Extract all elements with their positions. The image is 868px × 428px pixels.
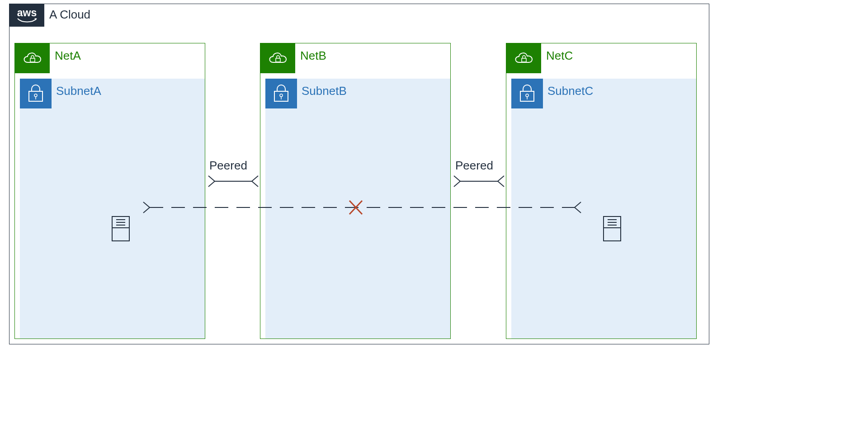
peering-label-bc: Peered <box>455 159 493 173</box>
cloud-lock-icon <box>22 51 43 66</box>
peering-arrow-ab <box>208 176 258 187</box>
svg-rect-14 <box>520 91 534 101</box>
ec2-instance-icon <box>603 216 621 241</box>
peering-arrow-bc <box>454 176 504 187</box>
vpc-title: NetA <box>55 49 81 63</box>
cloud-lock-icon <box>514 51 534 66</box>
subnet-a: SubnetA <box>20 79 205 339</box>
vpc-icon <box>260 43 295 73</box>
vpc-net-b: NetB SubnetB <box>260 43 451 339</box>
svg-rect-17 <box>604 216 621 241</box>
peering-label-ab: Peered <box>209 159 247 173</box>
vpc-icon <box>506 43 541 73</box>
ec2-instance-icon <box>112 216 130 241</box>
vpc-icon <box>15 43 50 73</box>
vpc-title: NetB <box>300 49 326 63</box>
svg-rect-0 <box>30 58 35 62</box>
subnet-c: SubnetC <box>511 79 696 339</box>
cloud-frame: aws A Cloud NetA Subne <box>9 4 709 344</box>
subnet-icon <box>265 79 297 108</box>
cloud-lock-icon <box>268 51 288 66</box>
aws-logo-badge: aws <box>9 4 44 27</box>
lock-icon <box>28 85 44 103</box>
lock-icon <box>273 85 289 103</box>
subnet-title: SubnetB <box>302 84 347 98</box>
subnet-title: SubnetA <box>56 84 101 98</box>
svg-point-11 <box>280 94 283 97</box>
cloud-title: A Cloud <box>49 8 90 22</box>
lock-icon <box>519 85 535 103</box>
vpc-net-a: NetA SubnetA <box>14 43 205 339</box>
svg-point-2 <box>34 94 37 97</box>
svg-rect-4 <box>112 216 129 241</box>
svg-rect-9 <box>276 58 280 62</box>
svg-point-15 <box>526 94 528 97</box>
vpc-net-c: NetC SubnetC <box>506 43 697 339</box>
subnet-icon <box>20 79 52 108</box>
subnet-title: SubnetC <box>547 84 593 98</box>
aws-logo-text: aws <box>17 8 37 18</box>
aws-smile-icon <box>17 18 37 24</box>
vpc-title: NetC <box>546 49 573 63</box>
subnet-icon <box>511 79 543 108</box>
svg-rect-13 <box>522 58 526 62</box>
subnet-b: SubnetB <box>265 79 450 339</box>
svg-rect-1 <box>29 91 42 101</box>
svg-rect-10 <box>274 91 288 101</box>
